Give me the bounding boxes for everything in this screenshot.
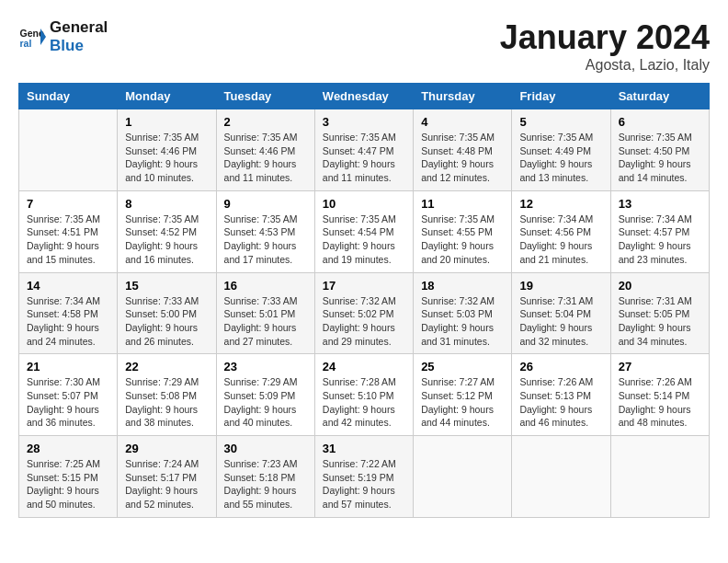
day-info: Sunrise: 7:29 AM Sunset: 5:09 PM Dayligh… <box>224 375 307 430</box>
day-number: 28 <box>27 442 109 455</box>
day-info: Sunrise: 7:35 AM Sunset: 4:51 PM Dayligh… <box>27 213 109 267</box>
day-number: 29 <box>125 442 208 455</box>
calendar-cell: 10Sunrise: 7:35 AM Sunset: 4:54 PM Dayli… <box>314 190 413 272</box>
header-cell-friday: Friday <box>512 84 610 109</box>
day-info: Sunrise: 7:27 AM Sunset: 5:12 PM Dayligh… <box>421 375 504 430</box>
header: Gene ral General Blue January 2024 Agost… <box>18 18 710 74</box>
day-number: 4 <box>421 115 504 129</box>
calendar-cell: 5Sunrise: 7:35 AM Sunset: 4:49 PM Daylig… <box>512 109 610 191</box>
calendar-cell: 24Sunrise: 7:28 AM Sunset: 5:10 PM Dayli… <box>314 354 413 436</box>
day-info: Sunrise: 7:35 AM Sunset: 4:48 PM Dayligh… <box>421 131 504 185</box>
day-info: Sunrise: 7:35 AM Sunset: 4:55 PM Dayligh… <box>421 213 504 267</box>
calendar-table: SundayMondayTuesdayWednesdayThursdayFrid… <box>18 83 710 518</box>
day-number: 15 <box>125 279 208 293</box>
calendar-cell: 21Sunrise: 7:30 AM Sunset: 5:07 PM Dayli… <box>19 354 118 436</box>
day-info: Sunrise: 7:22 AM Sunset: 5:19 PM Dayligh… <box>323 457 405 511</box>
day-info: Sunrise: 7:35 AM Sunset: 4:52 PM Dayligh… <box>125 213 208 267</box>
calendar-cell: 30Sunrise: 7:23 AM Sunset: 5:18 PM Dayli… <box>216 436 314 518</box>
day-info: Sunrise: 7:34 AM Sunset: 4:56 PM Dayligh… <box>519 213 602 267</box>
day-info: Sunrise: 7:31 AM Sunset: 5:05 PM Dayligh… <box>619 294 701 349</box>
day-number: 26 <box>519 360 602 373</box>
header-row: SundayMondayTuesdayWednesdayThursdayFrid… <box>19 84 710 109</box>
calendar-cell: 28Sunrise: 7:25 AM Sunset: 5:15 PM Dayli… <box>19 436 118 518</box>
day-number: 19 <box>519 279 602 293</box>
day-number: 7 <box>27 197 109 211</box>
calendar-cell <box>610 436 709 518</box>
calendar-cell: 17Sunrise: 7:32 AM Sunset: 5:02 PM Dayli… <box>314 272 413 354</box>
day-number: 13 <box>619 197 701 211</box>
day-number: 5 <box>519 115 602 129</box>
day-info: Sunrise: 7:35 AM Sunset: 4:53 PM Dayligh… <box>224 213 307 267</box>
calendar-cell: 4Sunrise: 7:35 AM Sunset: 4:48 PM Daylig… <box>414 109 512 191</box>
day-number: 16 <box>224 279 307 293</box>
calendar-cell <box>19 109 118 191</box>
calendar-cell: 29Sunrise: 7:24 AM Sunset: 5:17 PM Dayli… <box>118 436 216 518</box>
day-number: 31 <box>323 442 405 455</box>
header-cell-thursday: Thursday <box>414 84 512 109</box>
day-number: 23 <box>224 360 307 373</box>
calendar-cell: 27Sunrise: 7:26 AM Sunset: 5:14 PM Dayli… <box>610 354 709 436</box>
calendar-cell: 31Sunrise: 7:22 AM Sunset: 5:19 PM Dayli… <box>314 436 413 518</box>
day-info: Sunrise: 7:35 AM Sunset: 4:46 PM Dayligh… <box>224 131 307 185</box>
header-cell-monday: Monday <box>118 84 216 109</box>
calendar-cell <box>512 436 610 518</box>
calendar-cell: 25Sunrise: 7:27 AM Sunset: 5:12 PM Dayli… <box>414 354 512 436</box>
week-row-2: 7Sunrise: 7:35 AM Sunset: 4:51 PM Daylig… <box>19 190 710 272</box>
day-info: Sunrise: 7:33 AM Sunset: 5:00 PM Dayligh… <box>125 294 208 349</box>
header-cell-wednesday: Wednesday <box>314 84 413 109</box>
title-area: January 2024 Agosta, Lazio, Italy <box>500 18 710 74</box>
calendar-cell: 19Sunrise: 7:31 AM Sunset: 5:04 PM Dayli… <box>512 272 610 354</box>
day-info: Sunrise: 7:26 AM Sunset: 5:13 PM Dayligh… <box>519 375 602 430</box>
logo-icon: Gene ral <box>18 23 46 51</box>
day-number: 25 <box>421 360 504 373</box>
day-number: 20 <box>619 279 701 293</box>
calendar-cell: 3Sunrise: 7:35 AM Sunset: 4:47 PM Daylig… <box>314 109 413 191</box>
calendar-title: January 2024 <box>500 18 710 57</box>
day-number: 6 <box>619 115 701 129</box>
calendar-subtitle: Agosta, Lazio, Italy <box>500 57 710 74</box>
day-info: Sunrise: 7:29 AM Sunset: 5:08 PM Dayligh… <box>125 375 208 430</box>
calendar-cell: 20Sunrise: 7:31 AM Sunset: 5:05 PM Dayli… <box>610 272 709 354</box>
logo-line2: Blue <box>50 37 108 55</box>
day-info: Sunrise: 7:34 AM Sunset: 4:57 PM Dayligh… <box>619 213 701 267</box>
day-info: Sunrise: 7:32 AM Sunset: 5:03 PM Dayligh… <box>421 294 504 349</box>
day-info: Sunrise: 7:26 AM Sunset: 5:14 PM Dayligh… <box>619 375 701 430</box>
day-info: Sunrise: 7:35 AM Sunset: 4:54 PM Dayligh… <box>323 213 405 267</box>
day-number: 27 <box>619 360 701 373</box>
day-info: Sunrise: 7:23 AM Sunset: 5:18 PM Dayligh… <box>224 457 307 511</box>
day-number: 9 <box>224 197 307 211</box>
logo: Gene ral General Blue <box>18 18 108 56</box>
calendar-cell: 18Sunrise: 7:32 AM Sunset: 5:03 PM Dayli… <box>414 272 512 354</box>
week-row-4: 21Sunrise: 7:30 AM Sunset: 5:07 PM Dayli… <box>19 354 710 436</box>
calendar-cell: 12Sunrise: 7:34 AM Sunset: 4:56 PM Dayli… <box>512 190 610 272</box>
week-row-1: 1Sunrise: 7:35 AM Sunset: 4:46 PM Daylig… <box>19 109 710 191</box>
day-number: 2 <box>224 115 307 129</box>
day-number: 3 <box>323 115 405 129</box>
day-number: 12 <box>519 197 602 211</box>
calendar-cell: 16Sunrise: 7:33 AM Sunset: 5:01 PM Dayli… <box>216 272 314 354</box>
calendar-cell: 8Sunrise: 7:35 AM Sunset: 4:52 PM Daylig… <box>118 190 216 272</box>
week-row-3: 14Sunrise: 7:34 AM Sunset: 4:58 PM Dayli… <box>19 272 710 354</box>
day-info: Sunrise: 7:31 AM Sunset: 5:04 PM Dayligh… <box>519 294 602 349</box>
calendar-cell: 11Sunrise: 7:35 AM Sunset: 4:55 PM Dayli… <box>414 190 512 272</box>
day-info: Sunrise: 7:35 AM Sunset: 4:47 PM Dayligh… <box>323 131 405 185</box>
day-number: 22 <box>125 360 208 373</box>
calendar-cell: 26Sunrise: 7:26 AM Sunset: 5:13 PM Dayli… <box>512 354 610 436</box>
day-number: 24 <box>323 360 405 373</box>
calendar-cell: 2Sunrise: 7:35 AM Sunset: 4:46 PM Daylig… <box>216 109 314 191</box>
logo-line1: General <box>50 18 108 37</box>
day-number: 18 <box>421 279 504 293</box>
calendar-cell: 14Sunrise: 7:34 AM Sunset: 4:58 PM Dayli… <box>19 272 118 354</box>
day-info: Sunrise: 7:35 AM Sunset: 4:46 PM Dayligh… <box>125 131 208 185</box>
calendar-cell: 6Sunrise: 7:35 AM Sunset: 4:50 PM Daylig… <box>610 109 709 191</box>
day-info: Sunrise: 7:25 AM Sunset: 5:15 PM Dayligh… <box>27 457 109 511</box>
header-cell-tuesday: Tuesday <box>216 84 314 109</box>
day-info: Sunrise: 7:35 AM Sunset: 4:49 PM Dayligh… <box>519 131 602 185</box>
day-info: Sunrise: 7:28 AM Sunset: 5:10 PM Dayligh… <box>323 375 405 430</box>
day-info: Sunrise: 7:30 AM Sunset: 5:07 PM Dayligh… <box>27 375 109 430</box>
day-info: Sunrise: 7:33 AM Sunset: 5:01 PM Dayligh… <box>224 294 307 349</box>
header-cell-sunday: Sunday <box>19 84 118 109</box>
day-number: 14 <box>27 279 109 293</box>
calendar-cell: 13Sunrise: 7:34 AM Sunset: 4:57 PM Dayli… <box>610 190 709 272</box>
calendar-cell: 15Sunrise: 7:33 AM Sunset: 5:00 PM Dayli… <box>118 272 216 354</box>
